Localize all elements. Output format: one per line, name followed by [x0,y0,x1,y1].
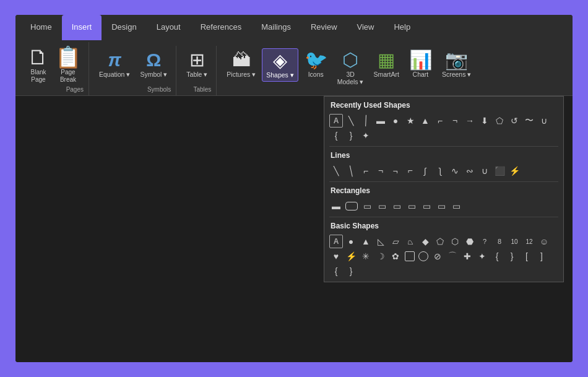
tab-help[interactable]: Help [384,15,420,40]
shape-arrow-down[interactable]: ⬇ [478,114,491,128]
shape-text-box[interactable]: A [329,114,343,128]
shape-arrow-right[interactable]: → [463,114,477,128]
table-button[interactable]: ⊞ Table ▾ [183,48,211,80]
3d-models-icon: ⬡ [342,51,358,69]
rect-rounded[interactable] [345,202,358,210]
symbol-button[interactable]: Ω Symbol ▾ [136,48,171,80]
tables-group-label: Tables [193,85,211,95]
shape-rect[interactable]: ▬ [374,114,387,128]
tab-view[interactable]: View [347,15,384,40]
line-lightning[interactable]: ⚡ [508,164,521,178]
basic-12[interactable]: 12 [522,235,536,248]
basic-circle[interactable] [418,251,428,261]
shape-arc[interactable]: ∪ [537,114,551,128]
basic-heptagon[interactable]: ⬣ [463,235,477,248]
basic-brace1[interactable]: { [490,249,504,263]
rectangles-title: Rectangles [324,182,563,197]
chart-button[interactable]: 📊 Chart [405,48,436,80]
shape-wave[interactable]: 〜 [522,114,536,128]
basic-cross[interactable]: ✚ [460,249,474,263]
pictures-button[interactable]: 🏔 Pictures ▾ [223,48,259,80]
basic-10[interactable]: 10 [508,235,521,248]
blank-page-button[interactable]: 🗋 BlankPage [25,45,51,85]
screenshot-button[interactable]: 📷 Screens ▾ [438,48,475,80]
tab-design[interactable]: Design [102,15,146,40]
line-curve2[interactable]: ∫ [433,164,447,178]
basic-4star2[interactable]: ✦ [475,249,489,263]
rect-snip2[interactable]: ▭ [375,199,389,213]
basic-brace2[interactable]: } [505,249,519,263]
equation-button[interactable]: π Equation ▾ [95,48,134,80]
basic-textbox[interactable]: A [329,235,343,248]
basic-smiley[interactable]: ☺ [537,235,551,248]
basic-parallelogram[interactable]: ▱ [389,235,402,248]
basic-trapezoid[interactable]: ⏢ [404,235,417,248]
shape-line2[interactable]: ╲ [357,111,375,130]
smartart-label: SmartArt [374,71,399,78]
rect-snip4[interactable]: ▭ [405,199,418,213]
line-elbow1[interactable]: ⌐ [359,164,373,178]
table-label: Table ▾ [186,71,207,78]
basic-bracket1[interactable]: [ [520,249,534,263]
basic-heart[interactable]: ♥ [329,249,343,263]
shape-elbow2[interactable]: ¬ [448,114,462,128]
shape-brace-open[interactable]: { [329,129,343,142]
basic-moon[interactable]: ☽ [374,249,387,263]
line-elbow2[interactable]: ¬ [374,164,387,178]
basic-bracket2[interactable]: ] [535,249,548,263]
tab-layout[interactable]: Layout [147,15,191,40]
basic-triangle[interactable]: ▲ [359,235,373,248]
line-scribble2[interactable]: ∾ [463,164,477,178]
page-break-button[interactable]: 📋 PageBreak [53,45,84,85]
basic-brace4[interactable]: } [344,264,358,278]
rect-basic[interactable]: ▬ [329,199,343,213]
basic-arc2[interactable]: ⌒ [446,249,459,263]
basic-right-triangle[interactable]: ◺ [374,235,387,248]
line-elbow3[interactable]: ⌐ [389,164,402,178]
rect-snip3[interactable]: ▭ [390,199,404,213]
basic-lightning[interactable]: ⚡ [344,249,358,263]
shape-elbow1[interactable]: ⌐ [433,114,447,128]
rect-snip5[interactable]: ▭ [420,199,433,213]
basic-question[interactable]: ? [478,235,491,248]
basic-oval[interactable]: ● [344,235,358,248]
tab-references[interactable]: References [191,15,251,40]
smartart-button[interactable]: ▦ SmartArt [370,48,403,80]
shape-4star[interactable]: ✦ [359,129,373,142]
shape-loop[interactable]: ↺ [508,114,521,128]
line-curve1[interactable]: ∫ [418,164,432,178]
basic-sun[interactable]: ✳ [359,249,373,263]
basic-octagon[interactable]: 8 [493,235,506,248]
line-straight2[interactable]: ╲ [343,163,360,180]
basic-pentagon[interactable]: ⬠ [433,235,447,248]
shape-circle[interactable]: ● [389,114,402,128]
line-elbow4[interactable]: ¬ [404,164,417,178]
recently-used-grid: A ╲ ╲ ▬ ● ★ ▲ ⌐ ¬ → ⬇ ⬠ ↺ 〜 ∪ { } ✦ [324,112,563,146]
rect-snip6[interactable]: ▭ [435,199,448,213]
rect-snip7[interactable]: ▭ [449,199,463,213]
basic-square[interactable] [405,251,415,261]
basic-diamond[interactable]: ◆ [418,235,432,248]
shape-pentagon[interactable]: ⬠ [493,114,506,128]
shapes-button[interactable]: ◈ Shapes ▾ [262,48,298,82]
shape-line1[interactable]: ╲ [344,114,358,128]
shape-star[interactable]: ★ [404,114,417,128]
3d-models-button[interactable]: ⬡ 3D Models ▾ [334,48,368,88]
line-freeform[interactable]: ⬛ [493,164,506,178]
basic-hexagon[interactable]: ⬡ [448,235,462,248]
basic-no[interactable]: ⊘ [431,249,444,263]
tab-mailings[interactable]: Mailings [251,15,301,40]
line-arc[interactable]: ∪ [478,164,491,178]
line-straight[interactable]: ╲ [329,164,343,178]
shape-triangle[interactable]: ▲ [418,114,432,128]
basic-flower[interactable]: ✿ [389,249,402,263]
shape-brace-close[interactable]: } [344,129,358,142]
tab-home[interactable]: Home [20,15,62,40]
line-scribble1[interactable]: ∿ [448,164,462,178]
tab-insert[interactable]: Insert [62,15,102,40]
basic-brace3[interactable]: { [329,264,343,278]
rect-snip1[interactable]: ▭ [360,199,374,213]
shapes-label: Shapes ▾ [266,71,294,79]
tab-review[interactable]: Review [301,15,347,40]
icons-button[interactable]: 🐦 Icons [301,48,331,80]
